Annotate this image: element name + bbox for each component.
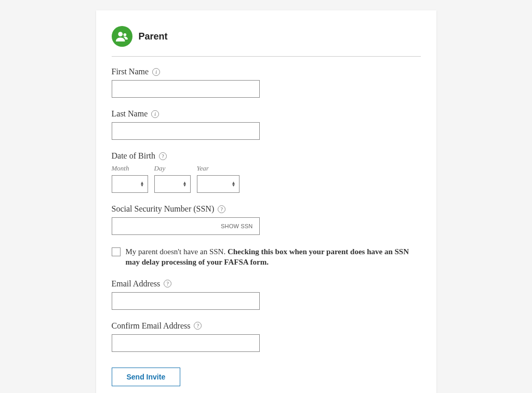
help-icon[interactable]: ? [194, 322, 202, 330]
ssn-label: Social Security Number (SSN) [112, 204, 215, 214]
help-icon[interactable]: ? [164, 280, 171, 287]
people-icon [112, 26, 132, 47]
info-icon[interactable]: i [152, 68, 160, 76]
form-header: Parent [112, 26, 421, 57]
ssn-group: Social Security Number (SSN) ? SHOW SSN [112, 204, 421, 235]
year-label: Year [197, 164, 240, 173]
year-stepper[interactable]: ▲▼ [197, 175, 240, 193]
dob-group: Date of Birth ? Month ▲▼ Day ▲▼ Year ▲▼ [112, 151, 421, 193]
first-name-label: First Name [112, 67, 149, 76]
stepper-arrows-icon: ▲▼ [183, 181, 187, 187]
email-input[interactable] [112, 292, 260, 310]
no-ssn-row: My parent doesn't have an SSN. Checking … [112, 246, 421, 268]
confirm-email-group: Confirm Email Address ? [112, 321, 421, 352]
last-name-group: Last Name i [112, 109, 421, 140]
svg-point-0 [118, 32, 123, 36]
email-group: Email Address ? [112, 279, 421, 310]
show-ssn-button[interactable]: SHOW SSN [215, 223, 259, 229]
dob-label: Date of Birth [112, 151, 155, 161]
send-invite-button[interactable]: Send Invite [112, 368, 181, 386]
last-name-input[interactable] [112, 122, 260, 140]
email-label: Email Address [112, 279, 161, 289]
confirm-email-input[interactable] [112, 334, 260, 352]
stepper-arrows-icon: ▲▼ [140, 181, 144, 187]
month-label: Month [112, 164, 148, 173]
help-icon[interactable]: ? [218, 205, 225, 213]
form-title: Parent [139, 31, 168, 42]
last-name-label: Last Name [112, 109, 148, 119]
first-name-input[interactable] [112, 80, 260, 98]
help-icon[interactable]: ? [159, 152, 167, 160]
parent-form-card: Parent First Name i Last Name i Date of … [96, 10, 436, 393]
no-ssn-checkbox[interactable] [112, 247, 121, 256]
ssn-input[interactable] [112, 218, 215, 234]
first-name-group: First Name i [112, 67, 421, 98]
ssn-input-wrapper: SHOW SSN [112, 217, 260, 235]
day-label: Day [154, 164, 191, 173]
svg-point-1 [123, 33, 126, 36]
no-ssn-text: My parent doesn't have an SSN. Checking … [126, 246, 421, 268]
day-stepper[interactable]: ▲▼ [154, 175, 191, 193]
info-icon[interactable]: i [151, 110, 159, 118]
stepper-arrows-icon: ▲▼ [232, 181, 236, 187]
confirm-email-label: Confirm Email Address [112, 321, 191, 331]
month-stepper[interactable]: ▲▼ [112, 175, 148, 193]
